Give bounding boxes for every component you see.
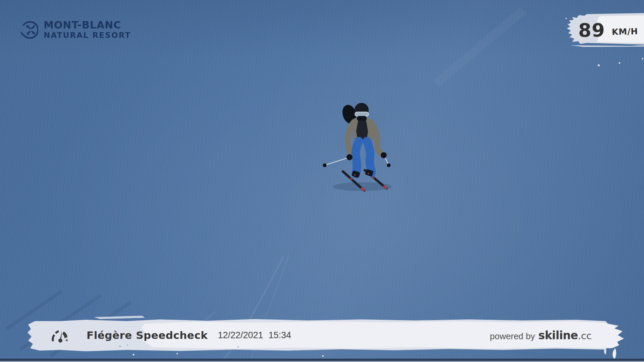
skiline-tld: .cc xyxy=(578,330,592,342)
bottom-dark-strip xyxy=(0,359,644,361)
arrows-circle-icon xyxy=(20,21,38,39)
speedometer-icon xyxy=(51,328,69,343)
resort-logo: MONT-BLANC NATURAL RESORT xyxy=(20,20,131,39)
skier-photo-subject xyxy=(321,98,395,195)
speedcheck-title: Flégère Speedcheck xyxy=(87,329,208,341)
powered-by-group: powered by skiline .cc xyxy=(490,329,592,342)
speed-unit: KM/H xyxy=(612,26,638,37)
speedcheck-photo-page: MONT-BLANC NATURAL RESORT 89 KM/H xyxy=(0,0,644,362)
speedcheck-date: 12/22/2021 xyxy=(218,330,263,341)
speed-value: 89 xyxy=(578,19,605,41)
info-banner: Flégère Speedcheck 12/22/2021 15:34 powe… xyxy=(19,317,624,362)
powered-by-label: powered by xyxy=(490,331,535,342)
speedcheck-time: 15:34 xyxy=(269,330,291,341)
resort-name-line2: NATURAL RESORT xyxy=(44,32,131,39)
resort-name-line1: MONT-BLANC xyxy=(44,20,131,30)
skiline-brand: skiline xyxy=(538,329,578,342)
speed-badge: 89 KM/H xyxy=(564,11,644,49)
